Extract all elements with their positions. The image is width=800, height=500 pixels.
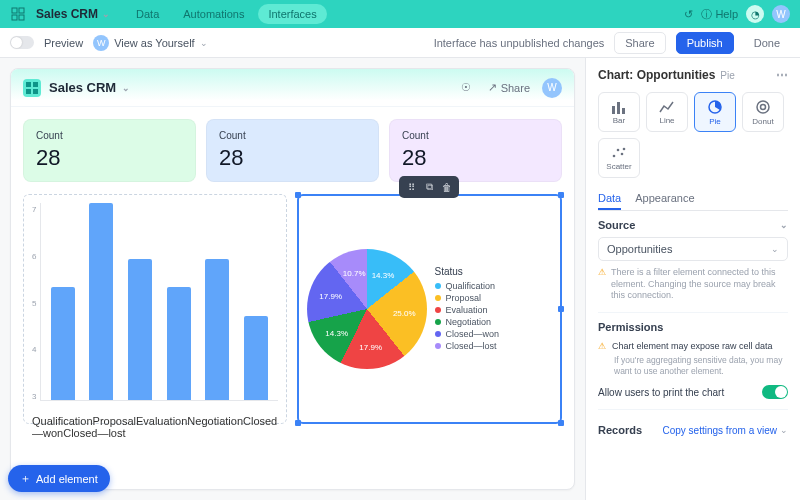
bar-yaxis: 76543	[32, 203, 40, 415]
page-avatar[interactable]: W	[542, 78, 562, 98]
properties-panel: Chart: Opportunities Pie ⋯ BarLinePieDon…	[585, 58, 800, 500]
base-name[interactable]: Sales CRM ⌄	[36, 7, 110, 21]
copy-settings-link[interactable]: Copy settings from a view ⌄	[663, 425, 789, 436]
stat-card[interactable]: Count28	[23, 119, 196, 182]
permissions-warning-title: Chart element may expose raw cell data	[612, 341, 773, 351]
svg-rect-2	[12, 15, 17, 20]
top-bar: Sales CRM ⌄ Data Automations Interfaces …	[0, 0, 800, 28]
pie-slice-label: 17.9%	[319, 292, 342, 301]
chart-type-picker: BarLinePieDonutScatter	[598, 92, 788, 178]
chevron-down-icon: ⌄	[102, 9, 110, 19]
panel-title-text: Chart: Opportunities	[598, 68, 715, 82]
add-element-button[interactable]: ＋ Add element	[8, 465, 110, 492]
scatter-icon	[611, 146, 627, 160]
records-section: Records Copy settings from a view ⌄	[598, 418, 788, 436]
add-element-label: Add element	[36, 473, 98, 485]
tab-data[interactable]: Data	[126, 4, 169, 24]
permissions-warning-body: If you're aggregating sensitive data, yo…	[614, 355, 788, 377]
page-title: Sales CRM	[49, 80, 116, 95]
pie-icon	[707, 99, 723, 115]
chart-type-pie[interactable]: Pie	[694, 92, 736, 132]
duplicate-button[interactable]: ⧉	[421, 179, 437, 195]
preview-label: Preview	[44, 37, 83, 49]
tab-automations[interactable]: Automations	[173, 4, 254, 24]
panel-more-button[interactable]: ⋯	[776, 68, 788, 82]
svg-point-17	[623, 147, 626, 150]
resize-handle[interactable]	[295, 192, 301, 198]
svg-point-15	[617, 148, 620, 151]
stat-card[interactable]: Count28	[206, 119, 379, 182]
notification-button[interactable]: ◔	[746, 5, 764, 23]
publish-status: Interface has unpublished changes	[434, 37, 605, 49]
resize-handle[interactable]	[558, 306, 564, 312]
pie-slice-label: 17.9%	[359, 342, 382, 351]
panel-tab-data[interactable]: Data	[598, 188, 621, 210]
bar-xlabels: QualificationProposalEvaluationNegotiati…	[32, 415, 278, 439]
legend-swatch	[435, 283, 441, 289]
permissions-heading-text: Permissions	[598, 321, 663, 333]
tab-interfaces[interactable]: Interfaces	[258, 4, 326, 24]
panel-tab-appearance[interactable]: Appearance	[635, 188, 694, 210]
svg-rect-4	[26, 82, 31, 87]
resize-handle[interactable]	[558, 420, 564, 426]
chart-type-line[interactable]: Line	[646, 92, 688, 132]
bar-chart-element[interactable]: 76543 QualificationProposalEvaluationNeg…	[23, 194, 287, 424]
publish-button[interactable]: Publish	[676, 32, 734, 54]
notification-icon[interactable]: ☉	[456, 78, 476, 98]
stat-row: Count28Count28Count28	[23, 119, 562, 182]
copy-settings-label: Copy settings from a view	[663, 425, 778, 436]
pie-chart: 14.3%25.0%17.9%14.3%17.9%10.7%	[307, 249, 427, 369]
svg-rect-5	[33, 82, 38, 87]
chevron-down-icon: ⌄	[122, 83, 130, 93]
chart-type-scatter[interactable]: Scatter	[598, 138, 640, 178]
chevron-down-icon: ⌄	[780, 425, 788, 435]
legend-label: Evaluation	[446, 305, 488, 315]
svg-point-13	[761, 104, 766, 109]
page-share-button[interactable]: ↗ Share	[484, 81, 534, 94]
top-tabs: Data Automations Interfaces	[126, 4, 327, 24]
allow-print-toggle[interactable]	[762, 385, 788, 399]
user-avatar[interactable]: W	[772, 5, 790, 23]
legend-label: Negotiation	[446, 317, 492, 327]
stat-label: Count	[36, 130, 183, 141]
source-select-value: Opportunities	[607, 243, 672, 255]
chart-type-bar[interactable]: Bar	[598, 92, 640, 132]
line-icon	[659, 100, 675, 114]
charts-row: 76543 QualificationProposalEvaluationNeg…	[23, 194, 562, 424]
delete-button[interactable]: 🗑	[439, 179, 455, 195]
resize-handle[interactable]	[558, 192, 564, 198]
done-button[interactable]: Done	[744, 33, 790, 53]
view-as-avatar: W	[93, 35, 109, 51]
svg-point-16	[621, 152, 624, 155]
legend-item: Evaluation	[435, 305, 553, 315]
chart-type-donut[interactable]: Donut	[742, 92, 784, 132]
view-as-button[interactable]: W View as Yourself ⌄	[93, 35, 208, 51]
legend-swatch	[435, 319, 441, 325]
allow-print-label: Allow users to print the chart	[598, 387, 724, 398]
source-select[interactable]: Opportunities ⌄	[598, 237, 788, 261]
preview-toggle[interactable]	[10, 36, 34, 49]
stat-label: Count	[219, 130, 366, 141]
page-title-button[interactable]: Sales CRM ⌄	[49, 80, 130, 95]
chart-type-label: Scatter	[606, 162, 631, 171]
svg-rect-7	[33, 89, 38, 94]
permissions-warning: ⚠ Chart element may expose raw cell data	[598, 341, 788, 351]
source-heading-text: Source	[598, 219, 635, 231]
svg-rect-10	[622, 108, 625, 114]
design-canvas[interactable]: Sales CRM ⌄ ☉ ↗ Share W Count28Count28Co…	[0, 58, 585, 500]
bar	[167, 287, 191, 400]
chart-type-label: Bar	[613, 116, 625, 125]
chart-type-label: Donut	[752, 117, 773, 126]
pie-chart-element[interactable]: ⠿ ⧉ 🗑 14.3%25.0%17.9%14.3%17.9%10.7%	[297, 194, 563, 424]
drag-handle-icon[interactable]: ⠿	[403, 179, 419, 195]
history-icon[interactable]: ↺	[684, 8, 693, 21]
share-button[interactable]: Share	[614, 32, 665, 54]
page-icon	[23, 79, 41, 97]
help-link[interactable]: ⓘ Help	[701, 7, 738, 22]
resize-handle[interactable]	[295, 420, 301, 426]
pie-legend: Status QualificationProposalEvaluationNe…	[435, 266, 553, 353]
page-body: Count28Count28Count28 76543 Qualificatio…	[11, 107, 574, 489]
stat-card[interactable]: Count28	[389, 119, 562, 182]
source-heading[interactable]: Source ⌄	[598, 219, 788, 231]
legend-title: Status	[435, 266, 553, 277]
